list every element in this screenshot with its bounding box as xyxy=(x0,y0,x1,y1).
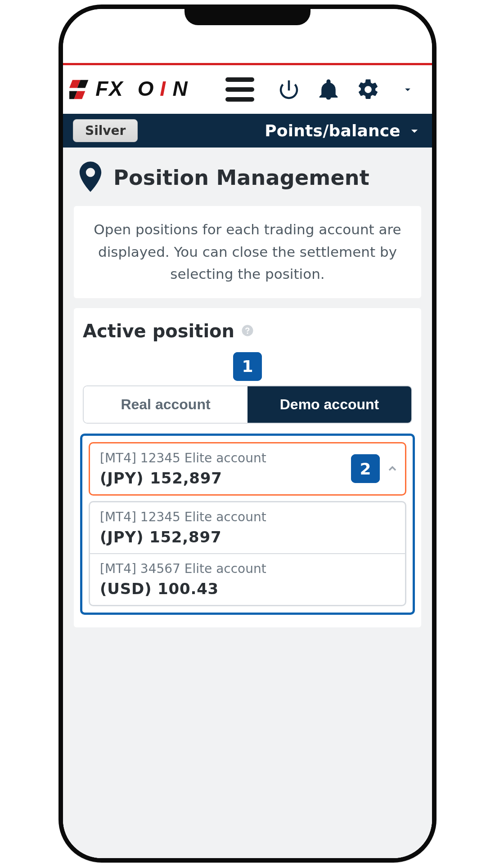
tier-badge: Silver xyxy=(73,119,138,142)
account-option[interactable]: [MT4] 12345 Elite account (JPY) 152,897 xyxy=(90,502,405,553)
page-title: Position Management xyxy=(74,158,421,196)
help-icon[interactable] xyxy=(241,321,254,341)
fxon-logo-icon: FX O N I xyxy=(69,76,204,103)
active-position-card: Active position 1 Real account Demo acco… xyxy=(74,308,421,627)
step-badge-1-wrap: 1 xyxy=(83,352,412,381)
phone-notch xyxy=(184,8,310,25)
brand-logo[interactable]: FX O N I xyxy=(69,76,204,103)
svg-text:I: I xyxy=(160,77,166,100)
selected-account-right: 2 xyxy=(351,454,399,483)
svg-text:O: O xyxy=(138,77,154,100)
step-badge-2: 2 xyxy=(351,454,380,483)
app-screen: FX O N I xyxy=(63,9,432,858)
svg-text:FX: FX xyxy=(95,77,124,100)
svg-text:N: N xyxy=(172,77,188,100)
menu-icon-bar xyxy=(225,77,254,82)
chevron-down-icon xyxy=(401,83,414,96)
account-option[interactable]: [MT4] 34567 Elite account (USD) 100.43 xyxy=(90,553,405,605)
intro-text: Open positions for each trading account … xyxy=(90,219,405,286)
appbar-actions xyxy=(275,76,421,103)
settings-button[interactable] xyxy=(355,76,382,103)
location-pin-icon xyxy=(77,161,104,194)
active-position-heading: Active position xyxy=(83,321,412,341)
account-selector-group: [MT4] 12345 Elite account (JPY) 152,897 … xyxy=(80,434,415,615)
menu-button[interactable] xyxy=(225,75,254,104)
account-status-bar: Silver Points/balance xyxy=(63,114,432,148)
power-icon xyxy=(277,77,301,102)
menu-icon-bar xyxy=(225,87,254,92)
notifications-button[interactable] xyxy=(315,76,342,103)
step-badge-1: 1 xyxy=(233,352,262,381)
chevron-down-icon xyxy=(407,123,422,139)
power-button[interactable] xyxy=(275,76,302,103)
tab-real-account[interactable]: Real account xyxy=(84,386,248,423)
page-content: Position Management Open positions for e… xyxy=(63,148,432,858)
app-bar: FX O N I xyxy=(63,65,432,114)
phone-frame: FX O N I xyxy=(58,4,436,863)
gear-icon xyxy=(356,77,380,102)
points-balance-label: Points/balance xyxy=(265,121,400,140)
page-title-text: Position Management xyxy=(113,166,369,190)
bell-icon xyxy=(316,77,341,102)
selected-account[interactable]: [MT4] 12345 Elite account (JPY) 152,897 … xyxy=(89,442,406,496)
intro-card: Open positions for each trading account … xyxy=(74,206,421,298)
account-dropdown-list: [MT4] 12345 Elite account (JPY) 152,897 … xyxy=(89,501,406,606)
menu-icon-bar xyxy=(225,97,254,102)
tab-demo-account[interactable]: Demo account xyxy=(248,386,411,423)
account-type-tabs: Real account Demo account xyxy=(83,385,412,424)
chevron-up-icon xyxy=(386,462,399,475)
settings-caret[interactable] xyxy=(394,76,421,103)
points-balance-toggle[interactable]: Points/balance xyxy=(265,121,422,140)
